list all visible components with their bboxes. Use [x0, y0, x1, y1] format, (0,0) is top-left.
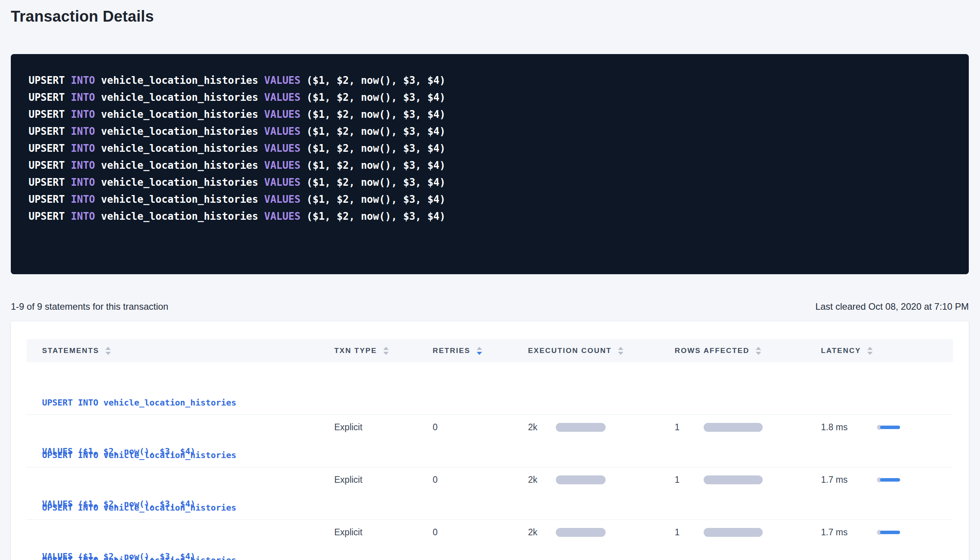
retries-cell: 0: [433, 475, 528, 485]
latency-value: 1.7 ms: [821, 527, 877, 538]
rows-affected-bar: [704, 528, 763, 537]
statements-table-card: STATEMENTS TXN TYPE RETRIES EXECUTION CO…: [11, 321, 969, 560]
sql-statement-line: UPSERT INTO vehicle_location_histories V…: [29, 208, 951, 225]
column-label: STATEMENTS: [42, 346, 99, 355]
statements-count-text: 1-9 of 9 statements for this transaction: [11, 301, 168, 312]
statement-line-1: UPSERT INTO vehicle_location_histories: [42, 395, 334, 411]
sort-icon: [618, 347, 623, 355]
column-header-statements[interactable]: STATEMENTS: [27, 346, 334, 355]
rows-affected-bar: [704, 423, 763, 432]
statements-table-header: STATEMENTS TXN TYPE RETRIES EXECUTION CO…: [27, 339, 953, 362]
rows-affected-cell: 1: [675, 527, 821, 538]
retries-value: 0: [433, 475, 438, 485]
sort-icon: [756, 347, 761, 355]
sql-statement-line: UPSERT INTO vehicle_location_histories V…: [29, 140, 951, 157]
table-row: UPSERT INTO vehicle_location_histories V…: [27, 362, 953, 415]
rows-affected-value: 1: [675, 422, 704, 433]
column-label: ROWS AFFECTED: [675, 346, 750, 355]
execution-count-bar: [556, 475, 606, 484]
column-label: TXN TYPE: [334, 346, 377, 355]
latency-value: 1.7 ms: [821, 475, 877, 485]
latency-bar: [880, 531, 900, 534]
statements-table-body: UPSERT INTO vehicle_location_histories V…: [27, 362, 953, 560]
column-label: RETRIES: [433, 346, 471, 355]
sql-statement-line: UPSERT INTO vehicle_location_histories V…: [29, 89, 951, 106]
table-meta-row: 1-9 of 9 statements for this transaction…: [11, 301, 969, 312]
sort-icon: [867, 347, 873, 355]
statement-cell: UPSERT INTO vehicle_location_histories V…: [27, 520, 334, 560]
rows-affected-cell: 1: [675, 475, 821, 485]
table-row: UPSERT INTO vehicle_location_histories V…: [27, 520, 953, 560]
sql-statement-line: UPSERT INTO vehicle_location_histories V…: [29, 174, 951, 191]
sql-statement-line: UPSERT INTO vehicle_location_histories V…: [29, 123, 951, 140]
latency-bar-chart: [877, 425, 900, 430]
txn-type-cell: Explicit: [334, 527, 433, 538]
sql-statement-line: UPSERT INTO vehicle_location_histories V…: [29, 157, 951, 174]
execution-count-bar: [556, 423, 606, 432]
column-label: EXECUTION COUNT: [528, 346, 612, 355]
sql-statement-line: UPSERT INTO vehicle_location_histories V…: [29, 191, 951, 208]
statement-link[interactable]: UPSERT INTO vehicle_location_histories V…: [42, 520, 334, 560]
statement-line-1: UPSERT INTO vehicle_location_histories: [42, 447, 334, 463]
sort-icon: [477, 347, 482, 355]
sql-statement-line: UPSERT INTO vehicle_location_histories V…: [29, 106, 951, 123]
latency-value: 1.8 ms: [821, 422, 877, 433]
execution-count-cell: 2k: [528, 527, 675, 538]
retries-value: 0: [433, 422, 438, 432]
latency-bar: [880, 426, 900, 429]
latency-bar-chart: [877, 477, 900, 482]
statement-line-1: UPSERT INTO vehicle_location_histories: [42, 552, 334, 560]
retries-cell: 0: [433, 422, 528, 433]
latency-cell: 1.7 ms: [821, 475, 953, 485]
latency-cell: 1.8 ms: [821, 422, 953, 433]
txn-type-value: Explicit: [334, 422, 362, 432]
execution-count-value: 2k: [528, 527, 556, 538]
column-header-retries[interactable]: RETRIES: [433, 346, 528, 355]
sort-icon: [105, 347, 111, 355]
txn-type-value: Explicit: [334, 475, 362, 485]
column-label: LATENCY: [821, 346, 861, 355]
execution-count-cell: 2k: [528, 475, 675, 485]
page-title: Transaction Details: [11, 6, 969, 26]
rows-affected-cell: 1: [675, 422, 821, 433]
column-header-execution-count[interactable]: EXECUTION COUNT: [528, 346, 675, 355]
txn-type-cell: Explicit: [334, 422, 433, 433]
sort-icon: [383, 347, 389, 355]
execution-count-value: 2k: [528, 475, 556, 485]
sql-statements-box: UPSERT INTO vehicle_location_histories V…: [11, 54, 969, 274]
retries-value: 0: [433, 527, 438, 537]
latency-bar-chart: [877, 530, 900, 535]
retries-cell: 0: [433, 527, 528, 538]
rows-affected-value: 1: [675, 527, 704, 538]
rows-affected-bar: [704, 475, 763, 484]
sql-statement-line: UPSERT INTO vehicle_location_histories V…: [29, 72, 951, 89]
latency-cell: 1.7 ms: [821, 527, 953, 538]
rows-affected-value: 1: [675, 475, 704, 485]
execution-count-value: 2k: [528, 422, 556, 433]
latency-bar: [880, 478, 900, 482]
last-cleared-text: Last cleared Oct 08, 2020 at 7:10 PM: [815, 301, 969, 312]
transaction-details-page: Transaction Details UPSERT INTO vehicle_…: [0, 6, 980, 560]
column-header-rows-affected[interactable]: ROWS AFFECTED: [675, 346, 821, 355]
execution-count-bar: [556, 528, 606, 537]
column-header-txn-type[interactable]: TXN TYPE: [334, 346, 433, 355]
txn-type-value: Explicit: [334, 527, 362, 537]
execution-count-cell: 2k: [528, 422, 675, 433]
column-header-latency[interactable]: LATENCY: [821, 346, 953, 355]
txn-type-cell: Explicit: [334, 475, 433, 485]
statement-line-1: UPSERT INTO vehicle_location_histories: [42, 500, 334, 516]
